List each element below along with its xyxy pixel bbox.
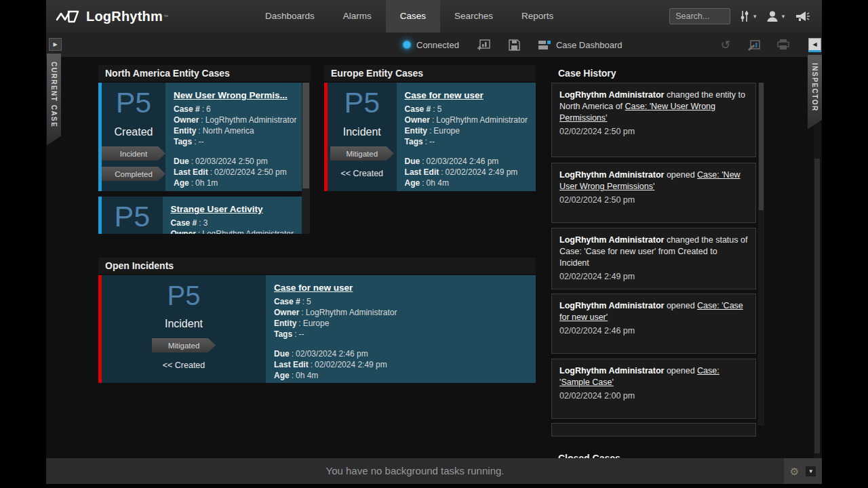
current-case-panel-toggle: ▶ CURRENT CASE bbox=[47, 38, 62, 145]
nav-item-reports[interactable]: Reports bbox=[507, 0, 568, 33]
scrollbar-thumb[interactable] bbox=[302, 83, 309, 188]
toolbar-right-group: ↺ bbox=[721, 33, 789, 57]
case-dates: Due:02/03/2024 2:50 pm Last Edit:02/02/2… bbox=[174, 156, 296, 188]
gear-icon[interactable]: ⚙ bbox=[790, 466, 799, 476]
case-card-details: Case for new user Case #:5 Owner:LogRhyt… bbox=[397, 83, 536, 191]
history-actor: LogRhythm Administrator bbox=[559, 301, 664, 310]
history-text: opened bbox=[667, 170, 695, 180]
screen: LogRhythm™ Dashboards Alarms Cases Searc… bbox=[0, 0, 868, 488]
case-dates: Due:02/03/2024 2:46 pm Last Edit:02/02/2… bbox=[405, 156, 528, 188]
undo-button[interactable]: ↺ bbox=[721, 39, 730, 51]
case-title-link[interactable]: Case for new user bbox=[405, 90, 484, 100]
expand-current-case-button[interactable]: ▶ bbox=[49, 38, 62, 51]
user-icon bbox=[766, 10, 778, 22]
collapse-tray-button[interactable]: ▼ bbox=[806, 466, 816, 476]
sliders-icon bbox=[739, 10, 750, 22]
current-case-tab-label: CURRENT CASE bbox=[50, 62, 58, 127]
case-title-link[interactable]: New User Wrong Permis... bbox=[174, 90, 288, 100]
inspector-tab[interactable]: INSPECTOR bbox=[808, 55, 822, 129]
background-tasks-bar: You have no background tasks running. ⚙ … bbox=[46, 458, 822, 484]
undo-icon: ↺ bbox=[721, 39, 730, 51]
case-card-details: Strange User Activity Case #:3 Owner:Log… bbox=[163, 197, 302, 234]
case-field: Case #:5 bbox=[274, 296, 528, 307]
nav-item-cases[interactable]: Cases bbox=[386, 0, 440, 33]
case-field: Entity:Europe bbox=[274, 318, 528, 329]
announcements-button[interactable] bbox=[795, 10, 810, 22]
collapse-left-icon: ◀ bbox=[812, 41, 816, 47]
history-text: opened bbox=[667, 301, 695, 310]
scrollbar-thumb[interactable] bbox=[759, 83, 764, 210]
case-field: Owner:LogRhythm Administrator bbox=[274, 307, 528, 318]
case-history-entry: LogRhythm Administrator opened Case: 'Sa… bbox=[551, 359, 756, 419]
history-text: opened bbox=[667, 366, 695, 375]
case-title-link[interactable]: Strange User Activity bbox=[171, 204, 263, 214]
case-history-scrollbar[interactable] bbox=[758, 83, 764, 426]
dashboard-selector[interactable]: Case Dashboard bbox=[538, 40, 623, 50]
add-widget-button[interactable] bbox=[477, 39, 490, 51]
case-card-clipped[interactable]: P5 Strange User Activity Case #:3 Owner:… bbox=[98, 197, 302, 234]
search-input[interactable] bbox=[669, 8, 730, 24]
nav-right-controls: ▼ ▼ bbox=[669, 8, 810, 24]
history-actor: LogRhythm Administrator bbox=[559, 366, 664, 375]
history-timestamp: 02/02/2024 2:49 pm bbox=[559, 271, 748, 283]
nav-item-alarms[interactable]: Alarms bbox=[329, 0, 386, 33]
history-timestamp: 02/02/2024 2:50 pm bbox=[559, 126, 748, 138]
status-change-button-mitigated[interactable]: Mitigated bbox=[330, 146, 394, 161]
case-history-entry: LogRhythm Administrator opened Case: 'Ca… bbox=[551, 293, 756, 354]
status-change-button-completed[interactable]: Completed bbox=[102, 167, 165, 181]
case-card-left-panel: P5 bbox=[102, 197, 163, 234]
case-status: Created bbox=[115, 126, 153, 138]
case-history-entry-partial bbox=[551, 423, 756, 436]
case-card-left-panel: P5 Incident Mitigated << Created bbox=[328, 83, 397, 191]
edit-chart-icon bbox=[747, 39, 760, 51]
case-card-details: Case for new user Case #:5 Owner:LogRhyt… bbox=[266, 275, 536, 383]
widget-title-open-incidents: Open Incidents bbox=[98, 258, 536, 274]
status-back-link[interactable]: << Created bbox=[341, 169, 384, 178]
user-menu[interactable]: ▼ bbox=[766, 10, 786, 22]
triangle-down-icon: ▼ bbox=[808, 468, 814, 474]
history-timestamp: 02/02/2024 2:46 pm bbox=[559, 325, 748, 337]
priority-label: P5 bbox=[344, 88, 380, 117]
expand-inspector-button[interactable]: ◀ bbox=[808, 38, 821, 52]
priority-label: P5 bbox=[116, 88, 152, 117]
case-field: Tags:-- bbox=[405, 136, 528, 147]
nav-item-dashboards[interactable]: Dashboards bbox=[251, 0, 329, 33]
history-actor: LogRhythm Administrator bbox=[559, 90, 664, 100]
case-card[interactable]: P5 Incident Mitigated << Created Case fo… bbox=[324, 83, 536, 191]
edit-widget-button[interactable] bbox=[747, 39, 760, 51]
connected-status-dot bbox=[403, 41, 410, 48]
toolbar-center-group: Connected bbox=[403, 33, 622, 57]
status-back-link[interactable]: << Created bbox=[163, 361, 205, 370]
case-field: Entity:North America bbox=[174, 125, 296, 136]
case-card[interactable]: P5 Created Incident Completed New User W… bbox=[98, 83, 302, 191]
print-button[interactable] bbox=[777, 39, 789, 50]
history-timestamp: 02/02/2024 2:50 pm bbox=[559, 195, 748, 206]
status-change-button-incident[interactable]: Incident bbox=[102, 146, 165, 161]
logrhythm-app-window: LogRhythm™ Dashboards Alarms Cases Searc… bbox=[46, 0, 822, 484]
inspector-tab-label: INSPECTOR bbox=[811, 63, 818, 112]
connected-label: Connected bbox=[416, 40, 459, 50]
case-field: Entity:Europe bbox=[405, 125, 528, 136]
case-title-link[interactable]: Case for new user bbox=[274, 283, 353, 293]
case-history-entry: LogRhythm Administrator changed the enti… bbox=[551, 83, 756, 157]
save-dashboard-button[interactable] bbox=[509, 39, 520, 51]
widget-title-case-history: Case History bbox=[551, 65, 762, 81]
case-field: Case #:5 bbox=[405, 104, 528, 115]
case-history-entry: LogRhythm Administrator changed the stat… bbox=[551, 228, 756, 289]
main-menu: Dashboards Alarms Cases Searches Reports bbox=[251, 0, 568, 33]
nav-item-searches[interactable]: Searches bbox=[440, 0, 507, 33]
na-widget-scrollbar[interactable] bbox=[302, 83, 310, 234]
status-change-button-mitigated[interactable]: Mitigated bbox=[152, 338, 216, 352]
case-history-entry: LogRhythm Administrator opened Case: 'Ne… bbox=[551, 163, 756, 223]
dashboard-layout-icon bbox=[538, 41, 551, 49]
brand-name: LogRhythm bbox=[86, 9, 163, 24]
current-case-tab[interactable]: CURRENT CASE bbox=[47, 54, 61, 145]
case-card-left-panel: P5 Incident Mitigated << Created bbox=[102, 275, 266, 383]
case-field: Owner:LogRhythm Administrator bbox=[405, 115, 528, 125]
scrollbar-thumb[interactable] bbox=[814, 159, 820, 453]
logrhythm-logo[interactable]: LogRhythm™ bbox=[56, 7, 168, 25]
background-tasks-message: You have no background tasks running. bbox=[46, 458, 784, 484]
case-card[interactable]: P5 Incident Mitigated << Created Case fo… bbox=[98, 275, 536, 383]
play-icon: ▶ bbox=[53, 41, 57, 47]
filter-sliders-menu[interactable]: ▼ bbox=[739, 10, 757, 22]
